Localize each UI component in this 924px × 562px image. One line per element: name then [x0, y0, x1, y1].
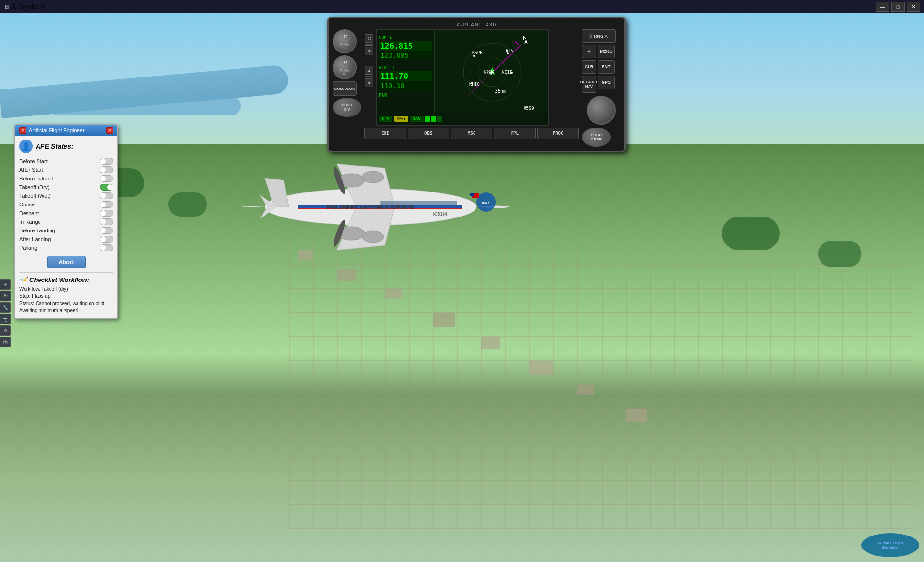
- city-block: [385, 289, 402, 298]
- gps-clr-btn[interactable]: CLR: [582, 60, 596, 74]
- city-block: [481, 337, 500, 349]
- sidebar-icon-plane[interactable]: ✈: [0, 279, 11, 290]
- sidebar-icon-tools[interactable]: 🔧: [0, 302, 11, 313]
- svg-point-30: [511, 72, 513, 74]
- svg-text:35nm: 35nm: [495, 89, 506, 94]
- sidebar-icon-gear[interactable]: ⚙: [0, 325, 11, 336]
- state-label-after-landing: After Landing: [19, 236, 51, 242]
- gps-arrow-up-btn[interactable]: C: [365, 34, 373, 43]
- gps-map: KSPB BTG KPDX KIID KHIO: [435, 30, 549, 115]
- gps-screen: COM 1 126.815 123.805 VLOC 1 111.70 110.…: [376, 29, 549, 126]
- toggle-before-start[interactable]: [100, 158, 113, 165]
- afe-close-left-button[interactable]: ✕: [19, 127, 26, 134]
- afe-panel-title: Artificial Flight Engineer: [29, 128, 85, 133]
- status-nav: NAV: [410, 116, 424, 122]
- status-seg-3: [437, 116, 442, 122]
- checklist-title-text: Checklist Workflow:: [29, 276, 89, 283]
- com1-row: COM 1 126.815 123.805: [379, 32, 432, 60]
- tree-patch: [168, 192, 207, 217]
- state-label-descent: Descent: [19, 210, 38, 216]
- checklist-section: 📝 Checklist Workflow: Workflow: Takeoff …: [19, 272, 113, 314]
- svg-point-3: [362, 231, 384, 243]
- sidebar-icon-camera[interactable]: 📷: [0, 314, 11, 324]
- gps-obs-btn[interactable]: OBS: [408, 128, 449, 139]
- airplane: PAN AMERICAN WORLD AIRWAYS PAA N85194: [202, 144, 539, 279]
- gps-menu-btn[interactable]: MENU: [598, 45, 615, 58]
- city-grid: [289, 241, 914, 529]
- toggle-in-range[interactable]: [100, 218, 113, 225]
- gps-center: C ▼ ▲ ▼ COM 1: [364, 29, 579, 147]
- gps-status-bar: GPS MSG NAV: [377, 113, 548, 125]
- state-row-before-takeoff: Before Takeoff: [19, 174, 113, 183]
- gps-knob-v[interactable]: .V VOLPUSHID: [333, 55, 357, 79]
- state-row-after-start: After Start: [19, 166, 113, 174]
- taskbar-icon: 🖥: [4, 4, 9, 10]
- svg-rect-15: [470, 193, 474, 196]
- afe-header: 👤 AFE States:: [19, 140, 113, 153]
- vloc1-standby-freq: 110.30: [379, 81, 432, 90]
- gps-com-vloc-btn[interactable]: COM/VLOC: [333, 81, 357, 96]
- gps-inner: .C VOLPUSHSQ .V VOLPUSHID COM/VLOC PUSHC…: [333, 29, 620, 147]
- gps-knob-c[interactable]: .C VOLPUSHSQ: [333, 29, 357, 53]
- gps-direct-menu-row: ➔ MENU: [582, 45, 620, 58]
- toggle-takeoff-dry[interactable]: [100, 184, 113, 191]
- toggle-descent[interactable]: [100, 210, 113, 217]
- sidebar-icon-map[interactable]: 🗺: [0, 337, 11, 347]
- svg-text:K5S9: K5S9: [524, 106, 534, 111]
- svg-text:KSPB: KSPB: [472, 51, 483, 55]
- toggle-takeoff-wet[interactable]: [100, 192, 113, 199]
- gps-proc-btn[interactable]: PROC: [537, 128, 579, 139]
- gps-cdi-btn[interactable]: CDI: [364, 128, 406, 139]
- gps-defnav-gps-row: DEFAULTNAV GPS: [582, 76, 620, 93]
- gps-right-knob[interactable]: [587, 96, 616, 125]
- state-row-takeoff-dry: Takeoff (Dry): [19, 183, 113, 192]
- afe-titlebar: ✕ Artificial Flight Engineer ✕: [15, 125, 117, 136]
- toggle-parking[interactable]: [100, 244, 113, 251]
- state-row-in-range: In Range: [19, 217, 113, 226]
- gps-arrow2-down-btn[interactable]: ▼: [365, 78, 373, 87]
- gps-arrow-down-btn[interactable]: ▼: [365, 47, 373, 55]
- toggle-cruise[interactable]: [100, 201, 113, 208]
- toggle-before-takeoff[interactable]: [100, 175, 113, 182]
- state-row-cruise: Cruise: [19, 200, 113, 209]
- pilot-avatar: 👤: [19, 140, 33, 153]
- sidebar-left: ✈ 👁 🔧 📷 ⚙ 🗺: [0, 279, 12, 347]
- svg-text:PAA: PAA: [482, 201, 490, 205]
- toggle-after-landing[interactable]: [100, 236, 113, 243]
- gps-ent-btn[interactable]: ENT: [598, 60, 615, 74]
- toggle-after-start[interactable]: [100, 166, 113, 173]
- gps-fpl-btn[interactable]: FPL: [494, 128, 536, 139]
- maximize-button[interactable]: □: [891, 2, 905, 12]
- gps-default-nav-btn[interactable]: DEFAULTNAV: [582, 76, 596, 93]
- gps-push-crsr-btn[interactable]: PUSHCRSR: [582, 128, 611, 147]
- state-row-before-landing: Before Landing: [19, 226, 113, 235]
- gps-rng-btn[interactable]: ▽ RNG △: [582, 29, 616, 43]
- gps-unit: X-PLANE 430 .C VOLPUSHSQ .V VOLPUSHID CO…: [327, 17, 626, 152]
- state-row-after-landing: After Landing: [19, 235, 113, 243]
- svg-text:PAN AMERICAN WORLD AIRWAYS: PAN AMERICAN WORLD AIRWAYS: [327, 204, 414, 210]
- gps-gps-btn[interactable]: GPS: [598, 76, 615, 89]
- toggle-before-landing[interactable]: [100, 227, 113, 234]
- close-button[interactable]: ✕: [907, 2, 920, 12]
- afe-content: 👤 AFE States: Before Start After Start B…: [15, 136, 117, 318]
- gps-push-cv-btn[interactable]: PUSHC/V: [333, 98, 361, 117]
- abort-button[interactable]: Abort: [47, 256, 86, 268]
- gps-arrow2-up-btn[interactable]: ▲: [365, 66, 373, 75]
- minimize-button[interactable]: —: [876, 2, 889, 12]
- status-indicator: [425, 116, 442, 122]
- afe-close-right-button[interactable]: ✕: [106, 127, 113, 134]
- gps-msg-btn[interactable]: MSG: [451, 128, 493, 139]
- tree-patch: [818, 241, 861, 267]
- svg-text:KHIO: KHIO: [469, 82, 480, 87]
- tree-patch: [722, 217, 780, 250]
- city-block: [626, 409, 647, 422]
- gps-direct-btn[interactable]: ➔: [582, 45, 596, 58]
- com1-standby-freq: 123.805: [379, 51, 432, 60]
- state-label-cruise: Cruise: [19, 202, 35, 207]
- state-label-parking: Parking: [19, 245, 37, 251]
- svg-point-35: [525, 106, 527, 108]
- city-block: [529, 361, 553, 375]
- logo-text: X-Plane FlightSimulator: [877, 541, 903, 549]
- sidebar-icon-eye[interactable]: 👁: [0, 291, 11, 301]
- gps-map-svg: KSPB BTG KPDX KIID KHIO: [435, 30, 549, 115]
